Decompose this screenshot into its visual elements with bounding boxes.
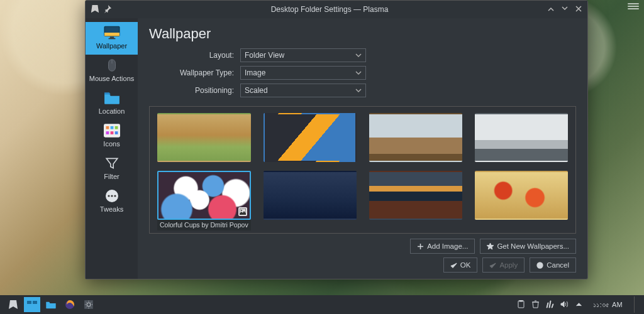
monitor-icon bbox=[103, 26, 121, 40]
svg-rect-11 bbox=[114, 131, 118, 134]
content-area: Wallpaper Layout: Folder View Wallpaper … bbox=[138, 18, 587, 279]
sidebar-item-icons[interactable]: Icons bbox=[86, 120, 138, 153]
get-new-wallpapers-button[interactable]: Get New Wallpapers... bbox=[480, 239, 576, 254]
cancel-button[interactable]: Cancel bbox=[530, 257, 576, 273]
wallpaper-gallery: Colorful Cups by Dmitri Popov bbox=[149, 106, 576, 234]
layout-select[interactable]: Folder View bbox=[240, 48, 366, 62]
sidebar-item-label: Filter bbox=[104, 173, 119, 180]
svg-rect-5 bbox=[104, 124, 120, 137]
ok-button[interactable]: OK bbox=[443, 257, 478, 273]
svg-point-15 bbox=[114, 195, 116, 197]
settings-window: Desktop Folder Settings — Plasma Wallpap… bbox=[85, 0, 588, 279]
sidebar-item-label: Location bbox=[99, 107, 125, 115]
chevron-down-icon bbox=[355, 70, 362, 76]
task-firefox[interactable] bbox=[62, 297, 78, 312]
apply-button: Apply bbox=[482, 257, 525, 273]
titlebar[interactable]: Desktop Folder Settings — Plasma bbox=[86, 1, 587, 18]
task-settings[interactable] bbox=[80, 297, 97, 312]
wallpaper-thumb[interactable] bbox=[264, 113, 357, 162]
task-files[interactable] bbox=[43, 297, 59, 312]
sidebar-item-mouse-actions[interactable]: Mouse Actions bbox=[86, 55, 138, 87]
svg-rect-6 bbox=[106, 126, 109, 129]
chevron-down-icon bbox=[355, 87, 362, 94]
wallpaper-caption: Colorful Cups by Dmitri Popov bbox=[157, 219, 251, 230]
plus-icon bbox=[417, 243, 424, 250]
positioning-select[interactable]: Scaled bbox=[240, 84, 366, 97]
svg-rect-1 bbox=[104, 33, 119, 36]
panel-handle-icon[interactable] bbox=[628, 3, 639, 11]
svg-point-14 bbox=[111, 195, 113, 197]
window-title: Desktop Folder Settings — Plasma bbox=[112, 5, 547, 14]
add-image-button[interactable]: Add Image... bbox=[410, 239, 475, 254]
mouse-icon bbox=[103, 58, 121, 72]
button-label: Get New Wallpapers... bbox=[497, 242, 569, 250]
button-label: Apply bbox=[499, 261, 518, 269]
maximize-button[interactable] bbox=[561, 5, 569, 14]
network-icon[interactable] bbox=[546, 300, 554, 310]
svg-rect-3 bbox=[108, 38, 115, 40]
sidebar-item-label: Tweaks bbox=[100, 205, 123, 213]
star-icon bbox=[487, 243, 494, 250]
wallpaper-thumb[interactable] bbox=[157, 113, 251, 162]
svg-rect-21 bbox=[33, 301, 37, 304]
positioning-value: Scaled bbox=[245, 86, 268, 95]
grid-icon bbox=[103, 124, 121, 138]
button-label: Cancel bbox=[547, 261, 569, 269]
pin-icon[interactable] bbox=[103, 4, 112, 15]
task-pager[interactable] bbox=[24, 297, 40, 312]
dots-icon bbox=[103, 189, 121, 203]
svg-rect-8 bbox=[114, 126, 118, 129]
svg-rect-10 bbox=[110, 131, 113, 134]
sidebar-item-tweaks[interactable]: Tweaks bbox=[86, 185, 138, 218]
layout-value: Folder View bbox=[245, 51, 284, 60]
wallpaper-type-select[interactable]: Image bbox=[240, 66, 366, 80]
page-title: Wallpaper bbox=[149, 26, 576, 42]
wallpaper-grid[interactable]: Colorful Cups by Dmitri Popov bbox=[150, 107, 575, 233]
volume-icon[interactable] bbox=[560, 300, 569, 310]
sidebar-item-filter[interactable]: Filter bbox=[86, 153, 138, 185]
svg-rect-9 bbox=[106, 131, 109, 134]
svg-point-17 bbox=[241, 210, 242, 211]
wallpaper-thumb[interactable] bbox=[475, 113, 568, 162]
clipboard-icon[interactable] bbox=[517, 300, 525, 310]
wallpaper-thumb[interactable] bbox=[264, 171, 357, 230]
sidebar-item-wallpaper[interactable]: Wallpaper bbox=[86, 22, 138, 55]
trash-icon[interactable] bbox=[531, 300, 540, 310]
layout-label: Layout: bbox=[149, 51, 234, 60]
app-menu-icon[interactable] bbox=[91, 4, 99, 15]
svg-rect-26 bbox=[519, 300, 523, 301]
wallpaper-thumb[interactable] bbox=[369, 113, 462, 162]
show-desktop-button[interactable] bbox=[634, 296, 639, 313]
svg-rect-20 bbox=[27, 301, 31, 304]
minimize-button[interactable] bbox=[547, 5, 555, 14]
wallpaper-thumb-selected[interactable]: Colorful Cups by Dmitri Popov bbox=[157, 171, 251, 230]
image-type-icon bbox=[238, 207, 247, 216]
system-tray[interactable]: ১১:৩৫ AM bbox=[517, 296, 639, 313]
sidebar-item-label: Mouse Actions bbox=[89, 75, 135, 82]
svg-rect-2 bbox=[109, 37, 114, 38]
svg-point-13 bbox=[108, 195, 109, 197]
sidebar-item-label: Icons bbox=[103, 140, 119, 148]
sidebar-item-label: Wallpaper bbox=[96, 42, 127, 50]
button-label: OK bbox=[460, 261, 471, 269]
cancel-icon bbox=[536, 262, 543, 269]
tray-expand-icon[interactable] bbox=[575, 300, 583, 310]
taskbar[interactable]: ১১:৩৫ AM bbox=[0, 295, 644, 314]
wallpaper-thumb[interactable] bbox=[475, 171, 568, 230]
wallpaper-thumb[interactable] bbox=[369, 171, 462, 230]
clock[interactable]: ১১:৩৫ AM bbox=[593, 301, 623, 309]
check-icon bbox=[489, 262, 496, 269]
svg-rect-7 bbox=[110, 126, 113, 129]
close-button[interactable] bbox=[575, 5, 582, 14]
svg-rect-25 bbox=[518, 301, 524, 308]
svg-rect-23 bbox=[84, 300, 93, 309]
folder-icon bbox=[103, 91, 121, 105]
sidebar-item-location[interactable]: Location bbox=[86, 87, 138, 120]
chevron-down-icon bbox=[355, 52, 362, 58]
positioning-label: Positioning: bbox=[149, 86, 234, 95]
check-icon bbox=[450, 262, 457, 269]
app-launcher-button[interactable] bbox=[5, 297, 21, 312]
settings-sidebar: Wallpaper Mouse Actions Location Icons F… bbox=[86, 18, 138, 279]
wallpaper-type-label: Wallpaper Type: bbox=[149, 68, 234, 77]
wallpaper-type-value: Image bbox=[245, 68, 265, 77]
